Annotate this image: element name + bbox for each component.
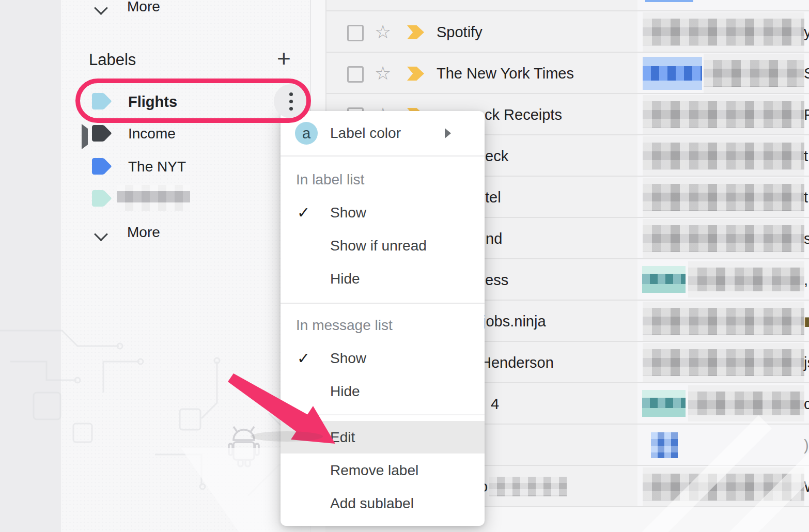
label-tag-icon-redacted: [91, 190, 112, 207]
email-row[interactable]: ☆ The New York Times S: [326, 52, 809, 94]
redacted-attachment: [643, 57, 702, 90]
subject-trail-text: t: [804, 177, 808, 218]
sidebar-item-label-income[interactable]: Income: [128, 126, 176, 142]
menu-item-label: Hide: [330, 383, 360, 400]
email-row[interactable]: ☆ Spotify y: [326, 10, 809, 53]
label-tag-icon-income: [91, 124, 112, 142]
chevron-down-icon[interactable]: [96, 226, 112, 239]
page-background-strip: [0, 0, 61, 532]
email-sender: Spotify: [437, 11, 483, 53]
menu-item-label: Edit: [330, 429, 355, 446]
menu-item-label: Show if unread: [330, 238, 427, 254]
menu-item-label: Show: [330, 350, 366, 367]
redacted-subject: [643, 349, 804, 376]
label-color-swatch-icon: a: [295, 122, 318, 145]
checkbox[interactable]: [347, 66, 364, 83]
sidebar-item-label-nyt[interactable]: The NYT: [128, 159, 186, 175]
subject-trail-text: s: [804, 218, 809, 259]
subject-trail-text: y: [804, 11, 809, 53]
star-icon[interactable]: ☆: [375, 22, 391, 42]
subject-trail-text: t: [804, 135, 808, 177]
redacted-subject: [688, 392, 804, 415]
gmail-label-menu-screenshot: ☆ Spotify y ☆ The New York Times S ☆ ck …: [0, 0, 809, 532]
email-sender-fragment: ck Receipts: [485, 94, 562, 135]
email-sender-fragment: nd: [486, 218, 502, 259]
menu-item-label: Label color: [330, 125, 401, 142]
subject-trail-text: S: [804, 53, 809, 94]
checkbox[interactable]: [347, 25, 364, 41]
labels-section-header: Labels: [89, 51, 136, 69]
check-icon: ✓: [297, 205, 310, 221]
check-icon: ✓: [297, 350, 310, 367]
menu-item-label: Add sublabel: [330, 495, 414, 512]
email-sender-fragment: Henderson: [480, 342, 554, 383]
redacted-subject: [643, 184, 804, 211]
label-options-menu: a Label color In label list ✓ Show Show …: [281, 111, 485, 526]
highlight-oval-annotation: [75, 79, 311, 123]
email-sender: The New York Times: [437, 53, 574, 94]
redacted-subject: [643, 19, 804, 45]
email-sender-fragment: jobs.ninja: [483, 301, 546, 342]
create-label-plus-icon[interactable]: +: [277, 46, 291, 70]
redacted-attachment: [642, 266, 686, 293]
subject-trail-text: ,: [804, 259, 808, 301]
sidebar-item-more-top[interactable]: More: [127, 0, 160, 13]
label-tag-icon-nyt: [91, 158, 112, 175]
email-sender-fragment: eck: [485, 135, 508, 177]
menu-section-header: In label list: [296, 171, 364, 188]
star-icon[interactable]: ☆: [375, 63, 391, 84]
importance-marker-icon[interactable]: [407, 67, 424, 81]
redacted-subject: [643, 101, 804, 128]
chevron-down-icon[interactable]: [96, 0, 112, 10]
menu-divider: [281, 414, 485, 415]
subject-trail-text: js: [804, 342, 809, 383]
menu-divider: [281, 155, 485, 157]
redacted-subject: [704, 60, 804, 87]
redacted-subject: [643, 308, 804, 335]
email-sender-fragment: tel: [485, 177, 501, 218]
email-sender-fragment: 4: [491, 383, 499, 425]
cutoff-row-mosaic: [645, 0, 693, 2]
redacted-subject: [643, 143, 804, 169]
redacted-sender: [489, 477, 567, 496]
menu-item-label: Remove label: [330, 462, 418, 479]
email-sender-fragment: ess: [485, 259, 508, 301]
redacted-attachment: [651, 432, 678, 458]
subject-trail-emoji: ▮: [804, 301, 809, 342]
redacted-subject: [643, 225, 804, 252]
menu-item-label: Show: [330, 205, 366, 221]
menu-divider: [281, 303, 485, 304]
menu-section-header: In message list: [296, 317, 393, 334]
menu-item-edit[interactable]: Edit: [281, 421, 485, 453]
menu-item-label: Hide: [330, 271, 360, 287]
redacted-subject: [688, 268, 804, 291]
redacted-attachment: [642, 390, 686, 417]
subject-trail-text: P: [804, 94, 809, 135]
expand-arrow-icon[interactable]: [82, 129, 88, 145]
importance-marker-icon[interactable]: [407, 25, 424, 39]
redacted-label-name[interactable]: [117, 185, 190, 211]
subject-trail-text: c: [804, 383, 809, 425]
sidebar-item-more-bottom[interactable]: More: [127, 224, 160, 241]
submenu-arrow-icon: [445, 128, 451, 138]
